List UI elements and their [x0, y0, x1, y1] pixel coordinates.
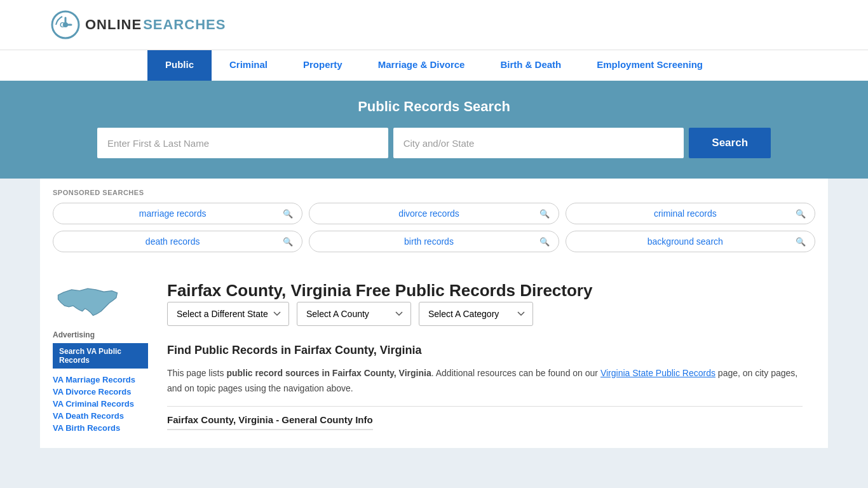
- nav-item-employment[interactable]: Employment Screening: [579, 50, 721, 81]
- sponsored-tag-background[interactable]: background search 🔍: [566, 231, 815, 252]
- main-layout: Advertising Search VA Public Records VA …: [40, 265, 828, 448]
- sidebar-link-criminal[interactable]: VA Criminal Records: [53, 399, 148, 409]
- county-info-title-wrapper: Fairfax County, Virginia - General Count…: [167, 414, 803, 425]
- dropdown-row: Select a Different State Select A County…: [167, 302, 803, 326]
- sponsored-tag-criminal[interactable]: criminal records 🔍: [566, 203, 815, 224]
- name-input[interactable]: [97, 128, 388, 158]
- county-dropdown[interactable]: Select A County: [297, 302, 411, 326]
- sidebar-search-button[interactable]: Search VA Public Records: [53, 343, 148, 369]
- nav-item-marriage-divorce[interactable]: Marriage & Divorce: [360, 50, 483, 81]
- va-state-link[interactable]: Virginia State Public Records: [600, 368, 715, 378]
- logo-icon: G: [51, 10, 80, 39]
- search-icon-3: 🔍: [796, 209, 806, 219]
- search-icon-2: 🔍: [539, 209, 550, 219]
- county-info-title: Fairfax County, Virginia - General Count…: [167, 414, 373, 430]
- sponsored-label: SPONSORED SEARCHES: [53, 189, 815, 196]
- nav-item-criminal[interactable]: Criminal: [212, 50, 285, 81]
- sidebar: Advertising Search VA Public Records VA …: [53, 265, 154, 448]
- sponsored-tag-birth[interactable]: birth records 🔍: [309, 231, 559, 252]
- sidebar-advertising-label: Advertising: [53, 330, 148, 339]
- logo-text: ONLINE SEARCHES: [85, 17, 226, 33]
- directory-title: Fairfax County, Virginia Free Public Rec…: [167, 280, 803, 302]
- sponsored-grid: marriage records 🔍 divorce records 🔍 cri…: [53, 203, 815, 252]
- nav-item-birth-death[interactable]: Birth & Death: [482, 50, 579, 81]
- description-text: This page lists public record sources in…: [167, 366, 803, 396]
- directory-content: Fairfax County, Virginia Free Public Rec…: [154, 265, 815, 448]
- find-title: Find Public Records in Fairfax County, V…: [167, 344, 803, 357]
- svg-text:G: G: [60, 21, 65, 29]
- section-divider: [167, 406, 803, 407]
- header: G ONLINE SEARCHES: [0, 0, 868, 50]
- search-icon-6: 🔍: [796, 237, 806, 247]
- nav-item-property[interactable]: Property: [285, 50, 360, 81]
- search-button[interactable]: Search: [689, 128, 771, 158]
- search-banner: Public Records Search Search: [0, 81, 868, 179]
- virginia-state-map: [53, 278, 123, 329]
- search-icon-5: 🔍: [539, 237, 550, 247]
- state-dropdown[interactable]: Select a Different State: [167, 302, 289, 326]
- sponsored-tag-marriage[interactable]: marriage records 🔍: [53, 203, 302, 224]
- logo[interactable]: G ONLINE SEARCHES: [51, 10, 226, 39]
- sponsored-tag-divorce[interactable]: divorce records 🔍: [309, 203, 559, 224]
- main-nav: Public Criminal Property Marriage & Divo…: [0, 50, 868, 81]
- search-form: Search: [97, 128, 771, 158]
- search-icon-1: 🔍: [283, 209, 293, 219]
- category-dropdown[interactable]: Select A Category: [419, 302, 533, 326]
- sidebar-link-divorce[interactable]: VA Divorce Records: [53, 387, 148, 396]
- search-banner-title: Public Records Search: [51, 98, 817, 115]
- sidebar-link-marriage[interactable]: VA Marriage Records: [53, 375, 148, 384]
- sponsored-section: SPONSORED SEARCHES marriage records 🔍 di…: [40, 179, 828, 265]
- location-input[interactable]: [393, 128, 684, 158]
- sponsored-tag-death[interactable]: death records 🔍: [53, 231, 302, 252]
- search-icon-4: 🔍: [283, 237, 293, 247]
- sidebar-link-death[interactable]: VA Death Records: [53, 411, 148, 421]
- nav-item-public[interactable]: Public: [147, 50, 212, 81]
- sidebar-link-birth[interactable]: VA Birth Records: [53, 423, 148, 433]
